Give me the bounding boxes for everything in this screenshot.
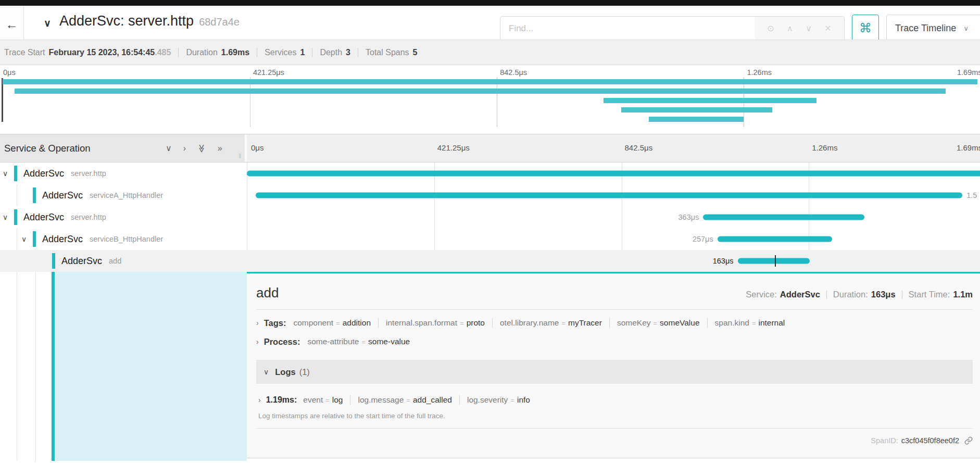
minimap-tick-label: 1.69ms xyxy=(957,68,980,77)
minimap-gridline xyxy=(250,77,250,127)
tag-item: component=addition xyxy=(293,318,371,328)
span-rows: ∨ AdderSvc server.http AdderSvc serviceA… xyxy=(0,162,980,272)
minimap-span-bar xyxy=(604,98,816,103)
tag-item: internal.span.format=proto xyxy=(378,318,485,328)
find-input[interactable] xyxy=(500,17,755,40)
detail-divider xyxy=(256,309,973,310)
span-track: 1.5 xyxy=(247,184,980,206)
span-service-name: AdderSvc xyxy=(42,234,83,245)
top-black-strip xyxy=(0,0,980,6)
summary-services: Services 1 xyxy=(257,48,305,57)
span-operation-name: add xyxy=(109,257,121,265)
log-timestamp-note: Log timestamps are relative to the start… xyxy=(256,412,973,420)
back-button[interactable]: ← xyxy=(0,6,24,44)
trace-id-short: 68d7a4e xyxy=(199,16,240,28)
meta-service-value: AdderSvc xyxy=(780,290,820,299)
tags-accordion[interactable]: › Tags: component=addition internal.span… xyxy=(256,316,973,330)
span-duration-label: 1.5 xyxy=(962,191,977,199)
span-operation-name: server.http xyxy=(71,213,106,221)
chevron-right-icon: › xyxy=(256,319,259,327)
span-service-name: AdderSvc xyxy=(23,212,64,223)
process-accordion[interactable]: › Process: some-attribute=some-value xyxy=(256,335,973,348)
span-service-name: AdderSvc xyxy=(61,256,102,267)
expand-all-icon[interactable]: » xyxy=(218,144,222,153)
log-field: event=log xyxy=(303,395,343,405)
meta-service-label: Service: xyxy=(746,290,777,299)
selected-subtree-highlight xyxy=(55,272,247,461)
page-title: AdderSvc: server.http68d7a4e xyxy=(59,13,240,29)
tree-guide-line xyxy=(17,272,17,461)
expand-one-icon[interactable]: › xyxy=(183,144,186,153)
log-field: log.severity=info xyxy=(459,395,530,405)
detail-title-row: add Service: AdderSvc Duration: 163μs St… xyxy=(256,285,973,301)
span-duration-bar[interactable] xyxy=(256,193,962,198)
span-duration-label: 257μs xyxy=(693,235,718,243)
span-color-accent xyxy=(52,253,55,269)
view-options-dropdown[interactable]: Trace Timeline ∨ xyxy=(886,15,980,42)
collapse-all-icon[interactable]: ≫ xyxy=(197,144,206,153)
collapse-chevron-icon[interactable]: ∨ xyxy=(3,169,8,178)
span-row-serviceB-handler[interactable]: ∨ AdderSvc serviceB_HttpHandler 257μs xyxy=(0,228,980,250)
logs-count: (1) xyxy=(299,367,310,377)
span-operation-name: serviceA_HttpHandler xyxy=(90,191,163,199)
meta-starttime-label: Start Time: xyxy=(909,290,950,299)
collapse-chevron-icon[interactable]: ∨ xyxy=(21,235,27,243)
minimap-gridline xyxy=(497,77,497,127)
process-label: Process: xyxy=(264,337,300,347)
trace-collapse-chevron-icon[interactable]: ∨ xyxy=(44,17,51,29)
span-color-accent xyxy=(14,209,17,225)
span-track xyxy=(247,162,980,184)
spanid-label: SpanID: xyxy=(871,436,898,445)
span-log-marker[interactable] xyxy=(775,255,776,267)
keyboard-shortcuts-button[interactable]: ⌘ xyxy=(852,15,879,42)
span-operation-name: server.http xyxy=(71,169,106,178)
span-row-server-http-1[interactable]: ∨ AdderSvc server.http xyxy=(0,162,980,184)
summary-duration: Duration 1.69ms xyxy=(178,48,249,57)
minimap-span-bar xyxy=(649,117,744,122)
span-duration-bar[interactable] xyxy=(247,171,980,177)
locate-icon[interactable]: ⊙ xyxy=(767,24,774,33)
chevron-down-icon: ∨ xyxy=(963,24,969,32)
jaeger-trace-page: ← ∨ AdderSvc: server.http68d7a4e ⊙ ∧ ∨ ✕… xyxy=(0,0,980,463)
meta-separator xyxy=(826,291,827,299)
span-service-name: AdderSvc xyxy=(23,168,64,179)
span-detail-panel: add Service: AdderSvc Duration: 163μs St… xyxy=(247,272,980,458)
span-color-accent xyxy=(33,231,36,247)
detail-meta: Service: AdderSvc Duration: 163μs Start … xyxy=(746,290,973,299)
span-duration-bar[interactable] xyxy=(738,258,810,264)
span-service-name: AdderSvc xyxy=(42,190,83,201)
log-entry-row[interactable]: › 1.19ms: event=log log.message=add_call… xyxy=(256,393,973,407)
minimap-span-bar xyxy=(15,89,946,94)
span-row-serviceA-handler[interactable]: AdderSvc serviceA_HttpHandler 1.5 xyxy=(0,184,980,206)
minimap-span-bar xyxy=(621,107,772,112)
span-row-add-selected[interactable]: AdderSvc add 163μs xyxy=(0,250,980,272)
prev-result-icon[interactable]: ∧ xyxy=(787,24,793,33)
span-track: 363μs xyxy=(247,206,980,228)
column-resize-handle[interactable]: ‖ xyxy=(238,152,241,160)
tree-guide-line xyxy=(35,272,36,461)
find-controls: ⊙ ∧ ∨ ✕ xyxy=(755,17,844,40)
deep-link-icon[interactable] xyxy=(964,436,973,445)
trace-header: ← ∨ AdderSvc: server.http68d7a4e ⊙ ∧ ∨ ✕… xyxy=(0,6,980,40)
tag-item: span.kind=internal xyxy=(707,318,785,328)
collapse-one-icon[interactable]: ∨ xyxy=(166,144,172,153)
back-arrow-icon: ← xyxy=(6,17,18,32)
log-timestamp: 1.19ms: xyxy=(266,395,297,405)
meta-duration-label: Duration: xyxy=(833,290,868,299)
view-options-label: Trace Timeline xyxy=(895,23,956,34)
logs-accordion-header[interactable]: ∨ Logs (1) xyxy=(256,360,973,384)
service-operation-header: Service & Operation ∨ › ≫ » ‖ xyxy=(0,134,247,162)
service-operation-title: Service & Operation xyxy=(4,143,91,154)
find-box: ⊙ ∧ ∨ ✕ xyxy=(500,16,845,41)
collapse-chevron-icon[interactable]: ∨ xyxy=(3,213,8,221)
next-result-icon[interactable]: ∨ xyxy=(806,24,812,33)
span-duration-bar[interactable] xyxy=(718,236,832,242)
detail-left-gutter xyxy=(0,272,247,463)
tags-label: Tags: xyxy=(264,318,286,328)
span-row-server-http-2[interactable]: ∨ AdderSvc server.http 363μs xyxy=(0,206,980,228)
clear-search-icon[interactable]: ✕ xyxy=(824,24,831,33)
trace-minimap[interactable]: 0μs 421.25μs 842.5μs 1.26ms 1.69ms xyxy=(0,65,980,127)
tag-item: someKey=someValue xyxy=(609,318,700,328)
minimap-scrubber-handle[interactable] xyxy=(2,78,3,122)
span-duration-bar[interactable] xyxy=(703,215,864,220)
